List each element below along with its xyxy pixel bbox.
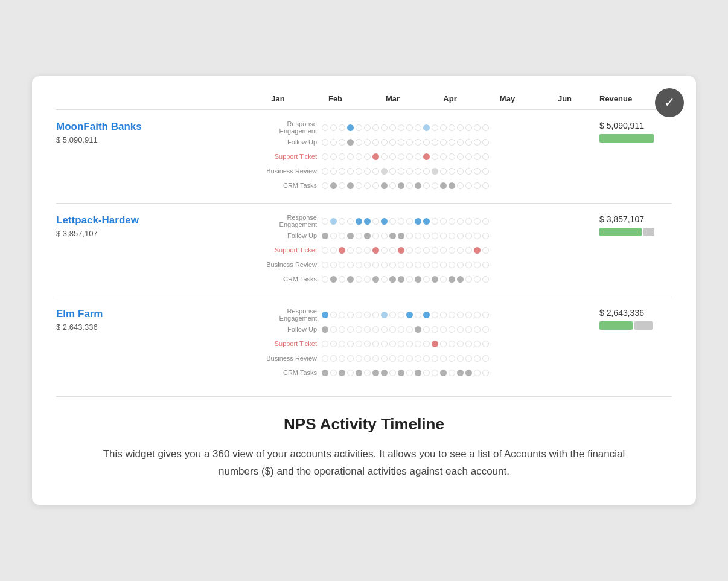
dot [415,218,421,225]
dot [364,124,371,131]
dot [330,370,337,376]
activity-label-red: Support Ticket [249,153,322,160]
dot [423,341,430,347]
dot [364,233,371,239]
dot [457,168,464,175]
dot [381,124,388,131]
dot [406,370,413,376]
dot [474,262,481,268]
revenue-bar-green [599,321,633,330]
account-revenue-moonfaith: $ 5,090,911 [56,135,237,144]
dot [322,139,328,146]
activity-label: Follow Up [249,138,322,146]
dot [440,247,447,254]
dot [457,153,464,160]
dot [389,326,396,333]
description-section: NPS Activity Timeline This widget gives … [56,396,672,481]
revenue-amount-elmfarm: $ 2,643,336 [599,308,672,318]
activity-row: Follow Up [249,135,593,149]
activity-row: CRM Tasks [249,366,593,379]
dot [381,139,388,146]
dot [330,218,337,225]
dot [465,276,472,283]
revenue-bar-elmfarm [599,321,672,330]
dot [423,355,430,362]
dot [457,247,464,254]
dot [432,218,438,225]
dot [449,326,455,333]
dot [347,355,354,362]
dot [364,153,371,160]
dot [347,218,354,225]
dot [415,341,421,347]
dot [389,341,396,347]
activity-label: Business Review [249,355,322,362]
dot [415,326,421,333]
dot [339,370,345,376]
dot [339,326,345,333]
dot [356,355,362,362]
dot [322,247,328,254]
month-apr: Apr [421,94,479,103]
dot [330,247,337,254]
dots [322,233,489,239]
dot [440,276,447,283]
dot [347,168,354,175]
dot [389,370,396,376]
dot [347,262,354,268]
dot [415,124,421,131]
dot [465,124,472,131]
dot [347,326,354,333]
dot [381,276,388,283]
dot [322,341,328,347]
dot [347,153,354,160]
dot [465,139,472,146]
dot [389,247,396,254]
dot [330,124,337,131]
dot [398,182,404,189]
dot [406,262,413,268]
dot [364,312,371,318]
dot [356,341,362,347]
dot [440,139,447,146]
activity-row: Business Review [249,258,593,271]
account-name-lettpack[interactable]: Lettpack-Hardew [56,214,237,226]
dots [322,124,489,131]
dot [432,341,438,347]
dot [474,168,481,175]
dot [356,233,362,239]
dot [398,247,404,254]
activity-row: Response Engagement [249,308,593,321]
revenue-col-moonfaith: $ 5,090,911 [593,121,672,143]
dot [465,218,472,225]
dot [457,326,464,333]
dot [398,276,404,283]
dot [339,139,345,146]
dot [415,262,421,268]
dot [406,355,413,362]
dot [381,355,388,362]
account-name-moonfaith[interactable]: MoonFaith Banks [56,121,237,133]
account-revenue-elmfarm: $ 2,643,336 [56,323,237,332]
revenue-bar-gray [634,321,653,330]
month-labels: Jan Feb Mar Apr May Jun [249,94,593,103]
revenue-bar-green [599,228,642,236]
dot [389,233,396,239]
dot [372,276,379,283]
dot [474,276,481,283]
dot [457,341,464,347]
activity-label: Follow Up [249,232,322,239]
dot [449,182,455,189]
dots [322,355,489,362]
dot [406,247,413,254]
revenue-col-elmfarm: $ 2,643,336 [593,308,672,330]
account-name-elmfarm[interactable]: Elm Farm [56,308,237,320]
activity-label-red: Support Ticket [249,340,322,347]
dot [432,276,438,283]
dot [381,370,388,376]
dot [449,370,455,376]
dot [474,312,481,318]
dot [465,341,472,347]
dot [347,247,354,254]
activity-row: Support Ticket [249,150,593,163]
